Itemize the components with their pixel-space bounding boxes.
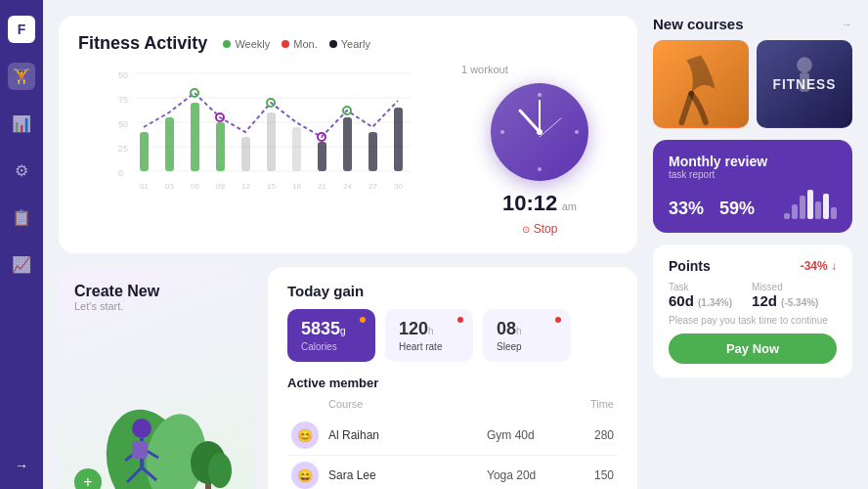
course-image-0[interactable] (653, 40, 749, 128)
monthly-bar-2 (800, 196, 805, 219)
create-new-card: Create New Let's start. (59, 267, 254, 489)
svg-point-39 (538, 167, 542, 171)
today-gain-title: Today gain (287, 283, 618, 299)
member-name-1: Sara Lee (328, 468, 477, 482)
svg-rect-54 (132, 441, 148, 459)
heartrate-label: Heart rate (399, 341, 459, 352)
monthly-bar-1 (792, 204, 798, 219)
svg-text:50: 50 (118, 70, 128, 80)
svg-text:0: 0 (118, 168, 123, 178)
svg-rect-16 (292, 127, 301, 171)
svg-text:18: 18 (292, 182, 301, 191)
points-note: Please pay you task time to continue (669, 315, 837, 326)
pay-now-button[interactable]: Pay Now (669, 333, 837, 364)
legend-mon: Mon. (282, 38, 317, 50)
fitness-legend: Weekly Mon. Yearly (223, 38, 370, 50)
gain-member-card: Today gain 5835g Calories 120h Heart rat… (268, 267, 637, 489)
svg-text:06: 06 (191, 182, 199, 191)
svg-text:15: 15 (267, 182, 276, 191)
calories-label: Calories (301, 341, 362, 352)
svg-text:24: 24 (343, 182, 352, 191)
member-avatar-0: 😊 (291, 422, 319, 449)
points-stats: Task 60d (1.34%) Missed 12d (-5.34%) (669, 282, 837, 309)
legend-yearly: Yearly (329, 38, 370, 50)
create-new-button[interactable]: + (74, 468, 102, 489)
sidebar-logo[interactable]: F (8, 16, 35, 43)
svg-point-21 (191, 89, 198, 97)
svg-rect-17 (318, 142, 326, 171)
svg-rect-13 (216, 122, 225, 171)
fitness-chart-area: 50 75 50 25 0 (78, 64, 452, 236)
legend-yearly-dot (329, 40, 337, 48)
svg-rect-14 (241, 137, 250, 171)
points-task-label: Task (669, 282, 732, 292)
sidebar-icon-settings[interactable]: ⚙ (8, 156, 35, 184)
course-svg-1: FITNESS (757, 40, 852, 128)
new-courses-link[interactable]: → (841, 18, 852, 31)
fitness-activity-card: Fitness Activity Weekly Mon. Yearly (59, 16, 637, 253)
gain-stat-calories: 5835g Calories (287, 309, 375, 362)
sidebar-icon-tasks[interactable]: 📋 (8, 203, 35, 231)
svg-rect-10 (140, 132, 149, 171)
member-row-1: 😄 Sara Lee Yoga 20d 150 (287, 456, 618, 489)
stop-button[interactable]: ⊙ Stop (522, 222, 558, 236)
bottom-row: Create New Let's start. (59, 267, 637, 489)
legend-weekly-label: Weekly (235, 38, 270, 50)
monthly-bar-6 (831, 207, 837, 219)
monthly-bar-0 (784, 213, 790, 219)
fitness-chart-svg: 50 75 50 25 0 (78, 64, 452, 220)
course-image-1[interactable]: FITNESS (757, 40, 852, 128)
clock-area: 1 workout (461, 64, 618, 236)
sidebar-arrow-icon[interactable]: → (15, 458, 28, 473)
courses-images: FITNESS (653, 40, 852, 128)
sleep-value: 08h (497, 319, 557, 339)
legend-mon-dot (282, 40, 289, 48)
sidebar-icon-stats[interactable]: 📈 (8, 250, 35, 278)
member-course-1: Yoga 20d (487, 468, 565, 482)
legend-weekly: Weekly (223, 38, 270, 50)
svg-text:03: 03 (165, 182, 174, 191)
heartrate-dot (457, 317, 463, 323)
svg-point-40 (500, 130, 504, 134)
monthly-stat2: 59% (719, 199, 755, 219)
points-missed-value: 12d (-5.34%) (752, 292, 818, 309)
monthly-bar-3 (807, 190, 813, 219)
calories-dot (360, 317, 366, 323)
legend-mon-label: Mon. (293, 38, 317, 50)
new-courses-title: New courses (653, 16, 744, 32)
member-row-0: 😊 Al Raihan Gym 40d 280 (287, 416, 618, 456)
svg-point-37 (538, 93, 542, 97)
svg-line-43 (540, 118, 561, 137)
svg-point-48 (132, 419, 152, 438)
svg-rect-18 (343, 117, 352, 171)
legend-yearly-label: Yearly (341, 38, 370, 50)
svg-point-57 (208, 453, 232, 488)
new-courses-header: New courses → (653, 16, 852, 32)
points-card: Points -34% ↓ Task 60d (1.34%) Missed 12… (653, 244, 852, 378)
svg-point-61 (797, 58, 812, 73)
svg-text:50: 50 (118, 119, 128, 129)
monthly-review-title: Monthly review (669, 154, 837, 169)
col-course: Course (328, 398, 590, 410)
stop-label: Stop (534, 222, 558, 236)
new-courses-section: New courses → (653, 16, 852, 128)
member-course-0: Gym 40d (487, 428, 565, 442)
sidebar-icon-workout[interactable]: 🏋 (8, 63, 35, 90)
col-time: Time (590, 398, 614, 410)
sidebar-icon-chart[interactable]: 📊 (8, 110, 35, 137)
active-member-header: Course Time (287, 398, 618, 410)
sidebar: F 🏋 📊 ⚙ 📋 📈 → (0, 0, 43, 489)
member-time-0: 280 (575, 428, 614, 442)
member-time-1: 150 (575, 468, 614, 482)
time-period: am (562, 200, 577, 212)
svg-text:01: 01 (140, 182, 149, 191)
svg-point-44 (537, 129, 542, 135)
points-header: Points -34% ↓ (669, 258, 837, 274)
create-new-subtitle: Let's start. (74, 300, 239, 312)
svg-point-38 (575, 130, 579, 134)
points-task-value: 60d (1.34%) (669, 292, 732, 309)
svg-rect-15 (267, 112, 276, 171)
fitness-header: Fitness Activity Weekly Mon. Yearly (78, 33, 618, 54)
gain-stats: 5835g Calories 120h Heart rate 08h (287, 309, 618, 362)
calories-value: 5835g (301, 319, 362, 339)
